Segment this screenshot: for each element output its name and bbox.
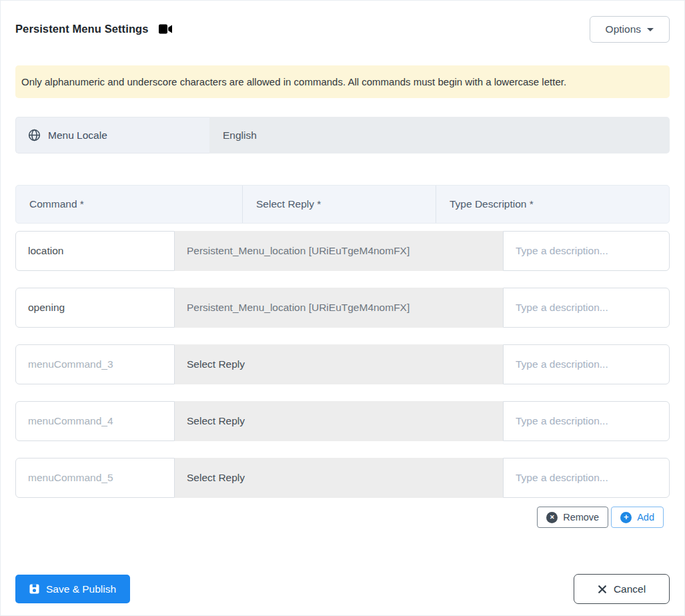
column-header-command: Command *	[16, 186, 243, 223]
reply-select[interactable]: Select Reply	[175, 401, 503, 441]
header: Persistent Menu Settings Options	[15, 1, 670, 43]
description-input[interactable]	[503, 344, 670, 384]
persistent-menu-settings-panel: Persistent Menu Settings Options Only al…	[0, 0, 685, 616]
menu-locale-group: Menu Locale English	[15, 117, 670, 153]
cancel-label: Cancel	[614, 583, 646, 595]
reply-select[interactable]: Select Reply	[175, 344, 503, 384]
options-button[interactable]: Options	[590, 16, 670, 43]
remove-row-button[interactable]: ✕ Remove	[537, 507, 608, 528]
table-row: Select Reply	[15, 458, 670, 498]
reply-select[interactable]: Persistent_Menu_location [URiEuTgeM4nomF…	[175, 231, 503, 271]
close-icon	[598, 585, 607, 594]
add-row-button[interactable]: + Add	[611, 507, 664, 528]
page-title: Persistent Menu Settings	[15, 23, 149, 35]
column-header-type-description: Type Description *	[436, 186, 669, 223]
description-input[interactable]	[503, 401, 670, 441]
row-actions: ✕ Remove + Add	[15, 507, 670, 528]
reply-select-value: Persistent_Menu_location [URiEuTgeM4nomF…	[187, 302, 410, 314]
reply-select[interactable]: Select Reply	[175, 458, 503, 498]
command-input[interactable]	[15, 458, 175, 498]
description-input[interactable]	[503, 458, 670, 498]
save-publish-button[interactable]: Save & Publish	[15, 575, 130, 603]
footer: Save & Publish Cancel	[15, 574, 670, 604]
table-row: Select Reply	[15, 401, 670, 441]
table-header: Command * Select Reply * Type Descriptio…	[15, 185, 670, 224]
reply-select[interactable]: Persistent_Menu_location [URiEuTgeM4nomF…	[175, 288, 503, 328]
table-row: Persistent_Menu_location [URiEuTgeM4nomF…	[15, 288, 670, 328]
alert-text: Only alphanumeric and underscore charact…	[21, 76, 566, 87]
menu-locale-select[interactable]: English	[209, 117, 670, 153]
command-input[interactable]	[15, 344, 175, 384]
remove-button-label: Remove	[563, 512, 599, 523]
description-input[interactable]	[503, 231, 670, 271]
command-input[interactable]	[15, 231, 175, 271]
reply-select-value: Select Reply	[187, 472, 245, 484]
save-publish-label: Save & Publish	[46, 583, 116, 595]
menu-locale-value: English	[223, 129, 257, 141]
description-input[interactable]	[503, 288, 670, 328]
command-input[interactable]	[15, 288, 175, 328]
command-rules-alert: Only alphanumeric and underscore charact…	[15, 65, 670, 98]
table-row: Select Reply	[15, 344, 670, 384]
video-camera-icon[interactable]	[159, 24, 173, 34]
add-circle-icon: +	[620, 512, 632, 523]
reply-select-value: Select Reply	[187, 358, 245, 370]
reply-select-value: Persistent_Menu_location [URiEuTgeM4nomF…	[187, 245, 410, 257]
add-button-label: Add	[637, 512, 654, 523]
menu-locale-label-text: Menu Locale	[48, 129, 107, 141]
reply-select-value: Select Reply	[187, 415, 245, 427]
remove-circle-icon: ✕	[546, 512, 558, 523]
column-header-select-reply: Select Reply *	[243, 186, 436, 223]
globe-icon	[28, 129, 41, 141]
chevron-down-icon	[647, 28, 654, 31]
menu-locale-label: Menu Locale	[15, 117, 209, 153]
save-icon	[29, 584, 39, 594]
cancel-button[interactable]: Cancel	[574, 574, 670, 604]
table-row: Persistent_Menu_location [URiEuTgeM4nomF…	[15, 231, 670, 271]
options-button-label: Options	[606, 23, 641, 35]
command-input[interactable]	[15, 401, 175, 441]
